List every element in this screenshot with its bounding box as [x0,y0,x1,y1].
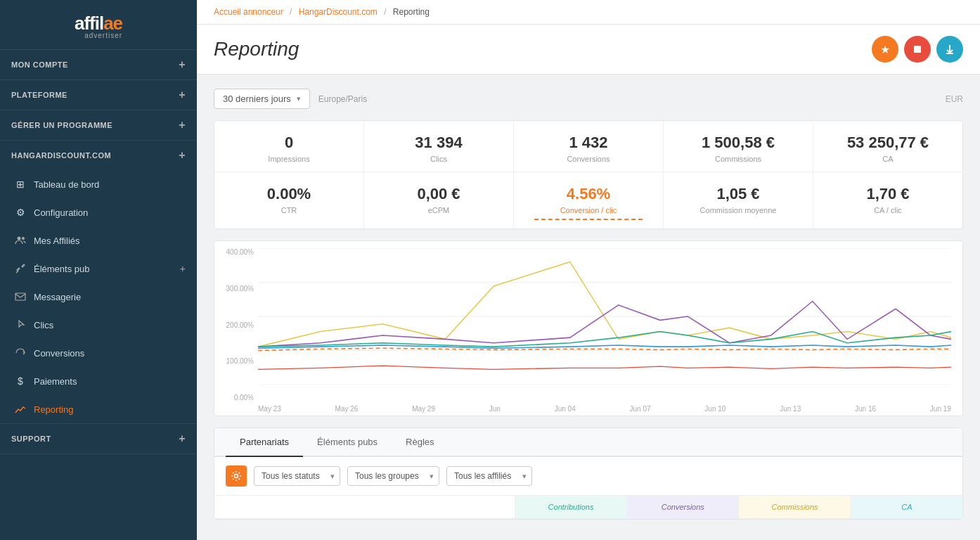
sidebar: affilae advertiser MON COMPTE + PLATEFOR… [0,0,197,540]
table-gear-button[interactable] [226,465,247,487]
mail-icon [14,290,27,303]
tabs-header: Partenariats Éléments pubs Règles [214,428,962,457]
conversions-icon [14,347,27,359]
x-label-jun16: Jun 16 [855,405,876,413]
date-range-selector[interactable]: 30 derniers jours ▾ [214,89,310,109]
th-contributions: Contributions [515,496,627,518]
ctr-label: CTR [221,206,356,214]
sidebar-item-messagerie[interactable]: Messagerie [0,283,197,311]
content-area: 30 derniers jours ▾ Europe/Paris EUR 0 I… [197,75,980,540]
ca-clic-label: CA / clic [820,206,955,214]
plus-icon: + [179,149,186,162]
section-plateforme: PLATEFORME + [0,80,197,110]
stats-container: 0 Impressions 31 394 Clics 1 432 Convers… [214,120,963,229]
commissions-label: Commissions [671,155,806,163]
tabs-container: Partenariats Éléments pubs Règles Tous l… [214,428,963,520]
plus-icon: + [179,432,186,445]
tab-elements-pubs[interactable]: Éléments pubs [303,428,392,457]
breadcrumb-link-hangardiscount[interactable]: HangarDiscount.com [299,7,378,17]
x-label-jun: Jun [489,405,501,413]
gear-icon: ⚙ [14,206,27,219]
y-label-400: 400.00% [217,248,254,256]
stat-conversions: 1 432 Conversions [514,121,664,172]
filter-bar: 30 derniers jours ▾ Europe/Paris EUR [214,89,963,109]
timezone-label: Europe/Paris [318,94,367,104]
stat-conversion-clic: 4.56% Conversion / clic [514,172,664,229]
star-button[interactable]: ★ [872,36,898,63]
section-support-header[interactable]: SUPPORT + [0,424,197,454]
plus-icon: + [179,58,186,71]
x-label-may23: May 23 [258,405,281,413]
section-gerer-programme: GÉRER UN PROGRAMME + [0,110,197,141]
statuts-select[interactable]: Tous les statuts [254,466,340,486]
section-gerer-programme-header[interactable]: GÉRER UN PROGRAMME + [0,110,197,140]
section-plateforme-header[interactable]: PLATEFORME + [0,80,197,110]
tool-icon [14,262,27,275]
header-actions: ★ [872,36,963,63]
ctr-value: 0.00% [221,185,356,203]
groupes-filter-wrapper: Tous les groupes [347,466,439,486]
dashboard-icon: ⊞ [14,178,27,191]
plus-icon: + [179,119,186,131]
th-conversions: Conversions [627,496,739,518]
sidebar-item-conversions[interactable]: Conversions [0,339,197,367]
stop-button[interactable] [904,36,931,63]
x-label-jun10: Jun 10 [704,405,726,413]
chart-svg-area [258,248,951,385]
impressions-label: Impressions [221,155,356,163]
logo: affilae advertiser [0,0,197,50]
conversion-clic-label: Conversion / clic [521,206,656,214]
section-hangardiscount-header[interactable]: HANGARDISCOUNT.COM + [0,141,197,170]
page-header: Reporting ★ [197,25,980,75]
th-commissions: Commissions [739,496,851,518]
svg-point-1 [22,237,25,240]
x-label-jun04: Jun 04 [555,405,576,413]
currency-label: EUR [946,94,963,104]
sidebar-item-tableau-de-bord[interactable]: ⊞ Tableau de bord [0,170,197,198]
section-mon-compte-header[interactable]: MON COMPTE + [0,50,197,79]
download-button[interactable] [936,36,963,63]
tab-regles[interactable]: Règles [392,428,448,457]
affilies-filter-wrapper: Tous les affiliés [446,466,532,486]
plus-icon: + [179,89,186,101]
section-support: SUPPORT + [0,424,197,454]
x-label-jun07: Jun 07 [630,405,651,413]
payment-icon: $ [14,375,27,387]
stats-row-1: 0 Impressions 31 394 Clics 1 432 Convers… [214,121,962,172]
svg-point-0 [18,237,21,240]
table-header: Contributions Conversions Commissions CA [214,496,962,519]
page-title: Reporting [214,38,299,60]
stat-commission-moyenne: 1,05 € Commission moyenne [664,172,813,229]
breadcrumb-link-accueil[interactable]: Accueil annonceur [214,7,283,17]
ecpm-label: eCPM [371,206,506,214]
x-label-jun13: Jun 13 [780,405,801,413]
sidebar-item-reporting[interactable]: Reporting [0,395,197,423]
groupes-select[interactable]: Tous les groupes [347,466,439,486]
stat-ca-clic: 1,70 € CA / clic [813,172,962,229]
y-label-100: 100.00% [217,357,254,365]
table-filter-row: Tous les statuts Tous les groupes Tous l… [214,457,962,496]
sidebar-item-configuration[interactable]: ⚙ Configuration [0,198,197,226]
sidebar-item-mes-affilies[interactable]: Mes Affiliés [0,226,197,255]
commissions-value: 1 500,58 € [671,134,806,152]
statuts-filter-wrapper: Tous les statuts [254,466,340,486]
ca-label: CA [820,155,955,163]
sidebar-item-clics[interactable]: Clics [0,311,197,339]
svg-rect-3 [914,46,921,53]
stat-ca: 53 250,77 € CA [813,121,962,172]
conversions-value: 1 432 [521,134,656,152]
ca-value: 53 250,77 € [820,134,955,152]
clics-value: 31 394 [371,134,506,152]
sidebar-item-paiements[interactable]: $ Paiements [0,367,197,395]
tab-partenariats[interactable]: Partenariats [226,428,303,457]
svg-rect-2 [15,293,25,300]
y-label-300: 300.00% [217,285,254,292]
sidebar-item-elements-pub[interactable]: Éléments pub + [0,255,197,283]
conversions-label: Conversions [521,155,656,163]
affilies-select[interactable]: Tous les affiliés [446,466,532,486]
section-hangardiscount: HANGARDISCOUNT.COM + ⊞ Tableau de bord ⚙… [0,141,197,424]
chart-y-axis: 400.00% 300.00% 200.00% 100.00% 0.00% [214,248,257,401]
th-spacer [214,496,515,518]
stat-clics: 31 394 Clics [364,121,514,172]
stat-impressions: 0 Impressions [214,121,364,172]
